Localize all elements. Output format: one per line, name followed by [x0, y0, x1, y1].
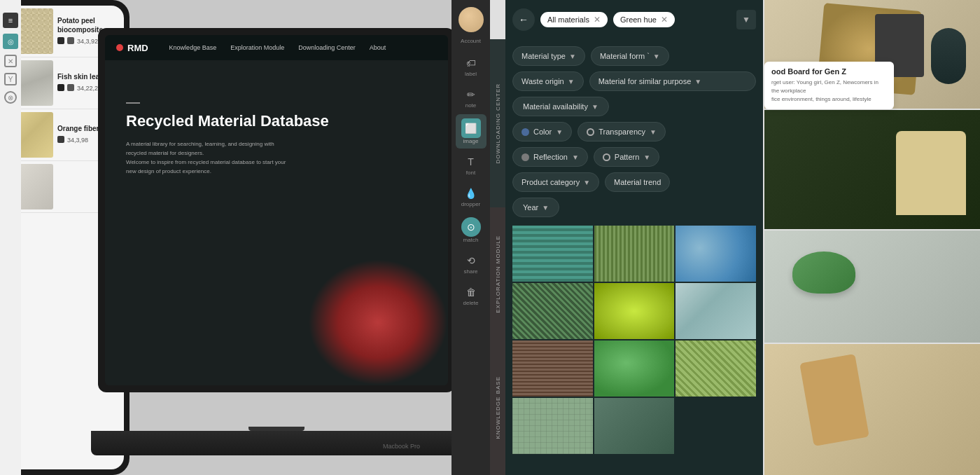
cancel-icon[interactable]: ⊗ — [4, 91, 17, 104]
material-availability-label: Material availability — [523, 102, 588, 111]
waste-origin-label: Waste origin — [522, 77, 564, 85]
sidebar-exploration-label: Exploration Module — [495, 235, 501, 313]
image-tool-label: image — [463, 138, 479, 144]
transparency-label: Transparency — [598, 128, 645, 136]
right-image-bot — [764, 344, 980, 475]
nav-links: Knowledge Base Exploration Module Downlo… — [169, 44, 386, 51]
laptop-screen-bezel: RMD Knowledge Base Exploration Module Do… — [98, 28, 455, 392]
grid-image-4[interactable] — [512, 283, 593, 339]
grid-image-10[interactable] — [512, 398, 593, 454]
y-axis-icon[interactable]: Y — [4, 73, 17, 85]
material-trend-dropdown[interactable]: Material trend — [605, 172, 670, 192]
back-button[interactable]: ← — [512, 8, 535, 31]
color-dropdown[interactable]: Color ▼ — [512, 122, 572, 142]
grid-image-2[interactable] — [594, 226, 675, 282]
material-form-dropdown[interactable]: Material form ` ▼ — [591, 46, 669, 66]
color-swatch — [57, 84, 64, 91]
moodboard-description: rget user: Young girl, Gen Z, Newcomers … — [771, 78, 887, 104]
avatar[interactable] — [458, 7, 484, 32]
color-icon[interactable]: ◎ — [3, 34, 18, 49]
color-swatch — [57, 136, 64, 143]
material-trend-label: Material trend — [614, 178, 661, 186]
transparency-dropdown[interactable]: Transparency ▼ — [578, 122, 666, 142]
account-label: Account — [461, 38, 481, 44]
grid-image-7[interactable] — [512, 340, 593, 397]
year-dropdown[interactable]: Year ▼ — [512, 198, 559, 217]
moodboard-title: ood Board for Gen Z — [771, 67, 887, 76]
watch — [931, 28, 966, 84]
filter-row-6: Product category ▼ Material trend — [512, 172, 756, 192]
product-category-arrow: ▼ — [583, 179, 590, 186]
year-arrow: ▼ — [542, 204, 549, 212]
grid-image-8[interactable] — [594, 340, 675, 397]
material-availability-dropdown[interactable]: Material availability ▼ — [512, 97, 609, 116]
material-similar-dropdown[interactable]: Material for similar purpose ▼ — [589, 71, 756, 91]
grid-image-11[interactable] — [594, 398, 675, 454]
toolbar-match-tool[interactable]: ⊙ match — [456, 213, 486, 247]
toolbar-note-tool[interactable]: ✏ note — [456, 83, 486, 113]
material-similar-arrow: ▼ — [694, 78, 701, 85]
laptop-screen: RMD Knowledge Base Exploration Module Do… — [105, 35, 448, 385]
material-availability-arrow: ▼ — [592, 103, 598, 111]
product-category-dropdown[interactable]: Product category ▼ — [512, 172, 599, 192]
green-hue-chip[interactable]: Green hue ✕ — [613, 12, 675, 27]
filter-row-7: Year ▼ — [512, 198, 756, 217]
waste-origin-dropdown[interactable]: Waste origin ▼ — [512, 71, 584, 91]
hero-decorative-image — [308, 259, 448, 385]
image-icon: ⬜ — [461, 118, 481, 138]
color-arrow: ▼ — [556, 128, 563, 136]
toolbar-delete-tool[interactable]: 🗑 delete — [456, 280, 486, 310]
toolbar-share-tool[interactable]: ⟲ share — [456, 249, 486, 279]
sidebar-downloading: Downloading Center — [490, 39, 505, 207]
nav-link-exploration[interactable]: Exploration Module — [230, 44, 284, 51]
material-form-label: Material form ` — [600, 52, 650, 60]
material-type-dropdown[interactable]: Material type ▼ — [512, 46, 585, 66]
toolbar-dropper-tool[interactable]: 💧 dropper — [456, 181, 486, 212]
green-hue-chip-label: Green hue — [620, 15, 657, 24]
nav-link-about[interactable]: About — [370, 44, 386, 51]
material-code-box: 34,3,98 — [57, 135, 88, 144]
nav-link-downloading[interactable]: Downloading Center — [298, 44, 356, 51]
nav-link-knowledge[interactable]: Knowledge Base — [169, 44, 217, 51]
all-materials-chip-label: All materials — [547, 15, 589, 24]
dropper-icon: 💧 — [463, 186, 479, 201]
match-tool-label: match — [463, 237, 479, 243]
grid-image-5[interactable] — [594, 283, 675, 339]
reflection-indicator — [522, 153, 529, 161]
hero-content: Recycled Material Database A material li… — [126, 102, 329, 177]
grid-image-3[interactable] — [676, 226, 756, 282]
design-toolbar: Account 🏷 label ✏ note ⬜ image T font 💧 … — [451, 0, 490, 475]
grid-image-9[interactable] — [676, 340, 756, 397]
laptop-logo: RMD — [116, 43, 148, 53]
moodboard-card: ood Board for Gen Z rget user: Young gir… — [764, 62, 894, 109]
filter-scroll-button[interactable]: ▼ — [736, 10, 756, 29]
hero-accent — [126, 102, 140, 104]
share-icon: ⟲ — [463, 253, 479, 268]
green-hue-chip-close[interactable]: ✕ — [661, 15, 668, 25]
x-axis-icon[interactable]: ✕ — [4, 55, 17, 67]
reflection-dropdown[interactable]: Reflection ▼ — [512, 147, 588, 167]
sidebar-knowledge-label: Knowledge Base — [495, 376, 501, 439]
toolbar-image-tool[interactable]: ⬜ image — [456, 114, 486, 149]
toolbar-font-tool[interactable]: T font — [456, 150, 486, 180]
delete-icon: 🗑 — [463, 284, 479, 300]
grid-image-1[interactable] — [512, 226, 593, 282]
reflection-arrow: ▼ — [572, 153, 579, 161]
toolbar-label-tool[interactable]: 🏷 label — [456, 51, 486, 81]
material-code: 34,3,98 — [67, 137, 88, 144]
pattern-dropdown[interactable]: Pattern ▼ — [594, 147, 659, 167]
right-image-mid2 — [764, 230, 980, 343]
grid-image-6[interactable] — [676, 283, 756, 339]
dropper-tool-label: dropper — [461, 201, 481, 207]
note-icon: ✏ — [463, 87, 479, 102]
reflection-label: Reflection — [533, 153, 568, 161]
filter-icon[interactable]: ≡ — [3, 13, 18, 28]
all-materials-chip[interactable]: All materials ✕ — [540, 12, 608, 27]
transparency-arrow: ▼ — [650, 128, 657, 136]
filter-row-2: Waste origin ▼ Material for similar purp… — [512, 71, 756, 91]
match-icon: ⊙ — [461, 217, 481, 237]
material-image-grid — [512, 226, 756, 454]
all-materials-chip-close[interactable]: ✕ — [594, 15, 601, 25]
right-image-mid — [764, 110, 980, 229]
laptop-base: Macbook Pro — [91, 431, 462, 455]
